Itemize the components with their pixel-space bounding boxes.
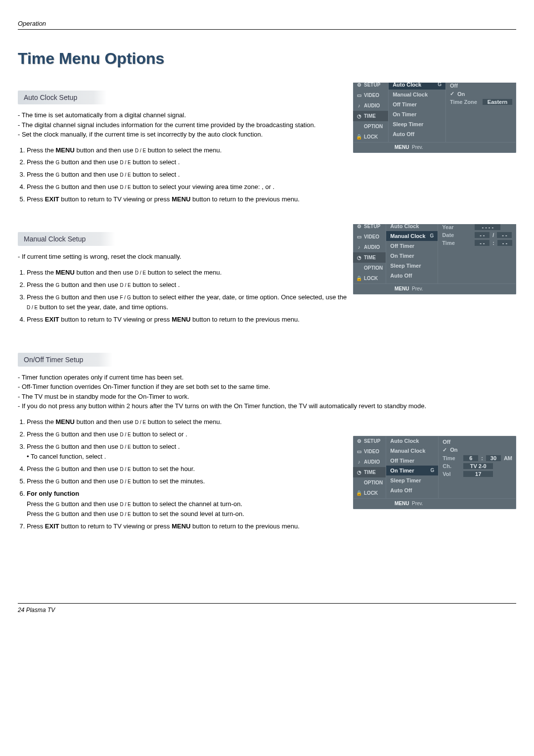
- instruction-step: Press the G button and then use D / E bu…: [27, 429, 353, 440]
- osd-menu-item: On Timer: [389, 109, 445, 119]
- osd-tab-audio: ♪AUDIO: [353, 242, 386, 252]
- osd-tab-setup: ⚙SETUP: [353, 436, 386, 446]
- nav-de-icon: D / E: [120, 444, 131, 449]
- osd-menu-item: Sleep Timer: [386, 261, 438, 271]
- nav-de-icon: D / E: [120, 501, 131, 507]
- instruction-list: Press the MENU button and then use D / E…: [18, 268, 353, 325]
- instruction-step: Press the MENU button and then use D / E…: [27, 268, 353, 278]
- osd-menu-item: Sleep Timer: [386, 475, 438, 485]
- osd-details: Off On Time Zone Eastern: [446, 83, 516, 142]
- osd-menu-item: Manual Clock: [389, 90, 445, 99]
- osd-tab-option: OPTION: [353, 263, 386, 273]
- osd-value: Off: [443, 438, 512, 446]
- osd-menu-item: Off Timer: [389, 99, 445, 109]
- osd-tab-time: ◔TIME: [353, 252, 386, 263]
- osd-menu-item: Auto ClockG: [389, 83, 445, 90]
- page-header: Operation: [18, 20, 516, 30]
- osd-value-selected: On: [450, 90, 512, 98]
- osd-manual-clock: ⚙SETUP ▭VIDEO ♪AUDIO ◔TIME OPTION 🔒LOCK …: [353, 224, 516, 294]
- osd-auto-clock: ⚙SETUP ▭VIDEO ♪AUDIO ◔TIME OPTION 🔒LOCK …: [353, 83, 516, 153]
- osd-details: Year- - - - Date- -/- - Time- -:- -: [438, 224, 516, 284]
- instruction-step: Press the G button and then use D / E bu…: [27, 170, 353, 180]
- clock-icon: ◔: [356, 470, 362, 475]
- instruction-step: Press the G button and then use D / E bu…: [27, 280, 353, 290]
- section-heading-onoff-timer: On/Off Timer Setup: [18, 353, 113, 367]
- osd-tab-audio: ♪AUDIO: [353, 457, 386, 467]
- section-heading-auto-clock: Auto Clock Setup: [18, 91, 107, 104]
- instruction-step: Press EXIT button to return to TV viewin…: [27, 315, 353, 325]
- clock-icon: ◔: [356, 113, 362, 119]
- video-icon: ▭: [356, 234, 362, 239]
- osd-value-selected: On: [443, 446, 512, 454]
- instruction-step: Press the MENU button and then use D / E…: [27, 417, 353, 427]
- instruction-step: Press the G button and then use D / E bu…: [27, 157, 353, 168]
- osd-tab-audio: ♪AUDIO: [353, 100, 388, 111]
- osd-menu-item: Manual Clock: [386, 446, 438, 456]
- osd-tab-lock: 🔒LOCK: [353, 132, 388, 142]
- video-icon: ▭: [356, 93, 362, 98]
- instruction-step: Press the G button and then use D / E bu…: [27, 442, 353, 463]
- osd-menu-item: Auto Off: [386, 485, 438, 495]
- page-title: Time Menu Options: [18, 49, 516, 68]
- lock-icon: 🔒: [356, 490, 362, 496]
- osd-details: Off On Time6:30AM Ch.TV 2-0 Vol17: [439, 436, 516, 498]
- osd-menu-list: Auto ClockG Manual Clock Off Timer On Ti…: [389, 83, 446, 142]
- osd-menu-item: Auto Clock: [386, 224, 438, 231]
- section-notes: Timer function operates only if current …: [18, 373, 502, 411]
- wrench-icon: ⚙: [356, 83, 362, 88]
- osd-tab-time: ◔TIME: [353, 467, 386, 477]
- wrench-icon: ⚙: [356, 438, 362, 444]
- osd-value: Off: [450, 83, 512, 90]
- nav-de-icon: D / E: [120, 467, 131, 472]
- instruction-step: Press the G button and then use D / E bu…: [27, 464, 353, 474]
- osd-footer: MENU Prev.: [353, 142, 516, 153]
- nav-de-icon: D / E: [135, 420, 146, 425]
- page-footer: 24 Plasma TV: [18, 603, 516, 614]
- instruction-list: Press the MENU button and then use D / E…: [18, 145, 353, 205]
- osd-tab-video: ▭VIDEO: [353, 90, 388, 100]
- nav-de-icon: D / E: [120, 512, 131, 517]
- clock-icon: ◔: [356, 255, 362, 260]
- chevron-right-icon: G: [430, 468, 434, 473]
- instruction-step: Press EXIT button to return to TV viewin…: [27, 194, 353, 205]
- nav-de-icon: D / E: [120, 160, 131, 165]
- instruction-list: Press the MENU button and then use D / E…: [18, 417, 353, 532]
- osd-menu-list: Auto Clock Manual ClockG Off Timer On Ti…: [386, 224, 438, 284]
- osd-value: Year- - - -: [442, 224, 512, 231]
- osd-menu-item: On TimerG: [386, 466, 438, 475]
- instruction-step: Press the G button and then use D / E bu…: [27, 182, 353, 192]
- nav-de-icon: D / E: [120, 431, 131, 437]
- audio-icon: ♪: [356, 103, 362, 108]
- osd-footer: MENU Prev.: [353, 498, 516, 509]
- osd-tab-setup: ⚙SETUP: [353, 224, 386, 232]
- nav-de-icon: D / E: [120, 172, 131, 178]
- nav-de-icon: D / E: [120, 282, 131, 287]
- instruction-step: For only function Press the G button and…: [27, 489, 353, 520]
- osd-tab-option: OPTION: [353, 121, 388, 132]
- nav-de-icon: D / E: [135, 147, 146, 153]
- osd-menu-list: Auto Clock Manual Clock Off Timer On Tim…: [386, 436, 439, 498]
- osd-menu-item: Off Timer: [386, 241, 438, 251]
- osd-tab-lock: 🔒LOCK: [353, 488, 386, 498]
- audio-icon: ♪: [356, 244, 362, 250]
- osd-menu-item: Auto Off: [389, 129, 445, 139]
- osd-tab-video: ▭VIDEO: [353, 232, 386, 242]
- osd-value: Ch.TV 2-0: [443, 462, 512, 470]
- wrench-icon: ⚙: [356, 224, 362, 229]
- instruction-step: Press the G button and then use F / G bu…: [27, 292, 353, 313]
- nav-de-icon: D / E: [135, 270, 146, 276]
- osd-value: Time- -:- -: [442, 239, 512, 247]
- nav-de-icon: D / E: [120, 479, 131, 484]
- instruction-step: Press the G button and then use D / E bu…: [27, 476, 353, 487]
- osd-onoff-timer: ⚙SETUP ▭VIDEO ♪AUDIO ◔TIME OPTION 🔒LOCK …: [353, 436, 516, 509]
- osd-menu-item: Auto Off: [386, 271, 438, 281]
- osd-menu-item: On Timer: [386, 251, 438, 261]
- osd-tab-video: ▭VIDEO: [353, 446, 386, 457]
- lock-icon: 🔒: [356, 134, 362, 140]
- osd-footer: MENU Prev.: [353, 284, 516, 294]
- instruction-step: Press the MENU button and then use D / E…: [27, 145, 353, 156]
- lock-icon: 🔒: [356, 276, 362, 281]
- video-icon: ▭: [356, 449, 362, 454]
- osd-value: Time6:30AM: [443, 454, 512, 462]
- osd-tab-time: ◔TIME: [353, 111, 388, 121]
